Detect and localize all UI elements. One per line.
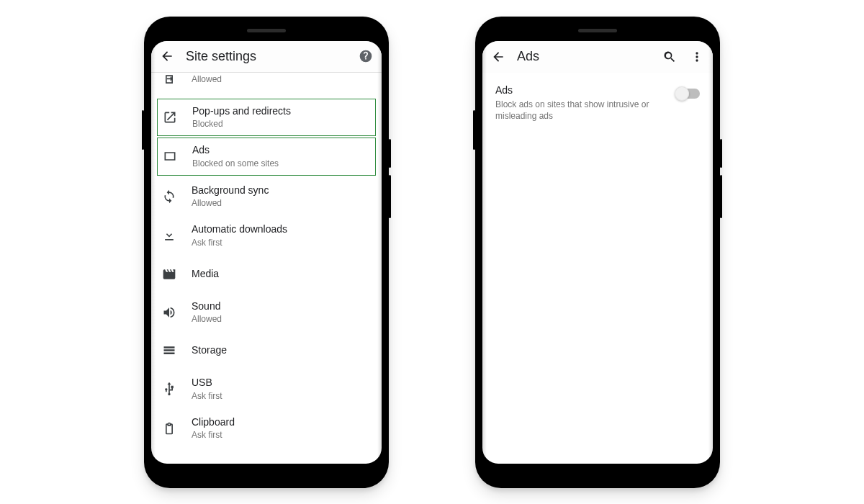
item-sub: Allowed <box>192 198 269 209</box>
page-title: Site settings <box>186 49 347 64</box>
item-sub: Ask first <box>192 391 222 402</box>
page-title: Ads <box>517 49 651 64</box>
open-in-new-icon <box>161 109 179 126</box>
item-texts: JavaScript Allowed <box>192 73 222 85</box>
item-texts: Storage <box>192 344 227 357</box>
settings-list: JavaScript Allowed Pop-ups and redirects… <box>151 73 382 464</box>
power-button <box>720 175 722 218</box>
speaker-slot <box>578 29 617 32</box>
item-label: Media <box>192 268 219 281</box>
phone-left: Site settings JavaScript Allowed <box>144 17 389 488</box>
usb-icon <box>160 380 179 397</box>
item-texts: Clipboard Ask first <box>192 416 235 441</box>
item-sub: Ask first <box>192 238 287 248</box>
item-label: Sound <box>192 300 222 313</box>
screen-right: Ads Ads Block ads on sites that show int… <box>482 41 713 464</box>
item-texts: Pop-ups and redirects Blocked <box>192 105 291 130</box>
settings-item-sound[interactable]: Sound Allowed <box>151 293 382 333</box>
media-icon <box>160 266 179 283</box>
bixby-button <box>720 139 722 168</box>
item-sub: Blocked on some sites <box>192 158 279 169</box>
item-texts: Media <box>192 268 219 281</box>
item-label: USB <box>192 377 222 390</box>
item-texts: Ads Blocked on some sites <box>192 144 279 169</box>
clipboard-icon <box>160 420 179 437</box>
download-icon <box>160 227 179 244</box>
settings-item-javascript[interactable]: JavaScript Allowed <box>151 73 382 97</box>
item-sub: Ask first <box>192 430 235 441</box>
screen-left: Site settings JavaScript Allowed <box>151 41 382 464</box>
app-bar: Ads <box>482 41 713 73</box>
ads-icon <box>161 148 179 165</box>
speaker-slot <box>247 29 286 32</box>
help-icon[interactable] <box>359 49 373 63</box>
phone-right: Ads Ads Block ads on sites that show int… <box>475 17 720 488</box>
settings-item-usb[interactable]: USB Ask first <box>151 369 382 409</box>
item-texts: Background sync Allowed <box>192 184 269 210</box>
settings-item-ads[interactable]: Ads Blocked on some sites <box>157 138 376 176</box>
sync-icon <box>160 188 179 205</box>
ads-toggle[interactable] <box>675 89 700 99</box>
settings-item-background-sync[interactable]: Background sync Allowed <box>151 177 382 217</box>
toggle-knob <box>675 86 689 101</box>
phone-frame: Site settings JavaScript Allowed <box>144 17 389 488</box>
bixby-button <box>389 139 391 168</box>
settings-item-clipboard[interactable]: Clipboard Ask first <box>151 409 382 449</box>
item-label: Background sync <box>192 184 269 197</box>
item-texts: Automatic downloads Ask first <box>192 223 287 248</box>
settings-item-popups[interactable]: Pop-ups and redirects Blocked <box>157 99 376 137</box>
power-button <box>389 175 391 218</box>
settings-item-automatic-downloads[interactable]: Automatic downloads Ask first <box>151 216 382 256</box>
item-sub: Allowed <box>192 74 222 85</box>
search-icon[interactable] <box>662 50 677 64</box>
more-vert-icon[interactable] <box>690 50 704 64</box>
storage-icon <box>160 342 179 359</box>
app-bar: Site settings <box>151 41 382 73</box>
item-texts: Sound Allowed <box>192 300 222 325</box>
phone-frame: Ads Ads Block ads on sites that show int… <box>475 17 720 488</box>
settings-item-storage[interactable]: Storage <box>151 332 382 369</box>
item-texts: USB Ask first <box>192 377 222 402</box>
javascript-icon <box>160 73 179 90</box>
item-label: Pop-ups and redirects <box>192 105 291 118</box>
item-label: Automatic downloads <box>192 223 287 236</box>
back-arrow-icon[interactable] <box>491 50 505 64</box>
ads-description: Block ads on sites that show intrusive o… <box>495 99 654 122</box>
settings-item-media[interactable]: Media <box>151 256 382 293</box>
item-label: Clipboard <box>192 416 235 429</box>
item-label: Storage <box>192 344 227 357</box>
ads-setting-row: Ads Block ads on sites that show intrusi… <box>482 73 713 122</box>
app-bar-actions <box>662 50 704 64</box>
back-arrow-icon[interactable] <box>160 49 174 63</box>
ads-label: Ads <box>495 84 665 96</box>
item-sub: Blocked <box>192 119 291 130</box>
sound-icon <box>160 304 179 321</box>
item-sub: Allowed <box>192 314 222 325</box>
item-label: Ads <box>192 144 279 157</box>
ads-texts: Ads Block ads on sites that show intrusi… <box>495 84 665 122</box>
